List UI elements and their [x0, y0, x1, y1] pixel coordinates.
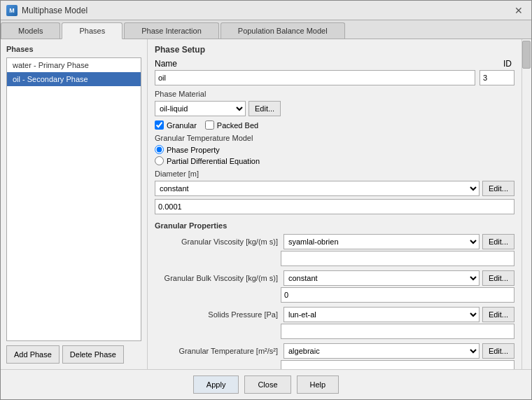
- phase-list: water - Primary Phase oil - Secondary Ph…: [6, 57, 141, 341]
- id-label: ID: [503, 59, 512, 69]
- packed-bed-label: Packed Bed: [217, 121, 258, 130]
- packed-bed-checkbox[interactable]: [205, 120, 214, 130]
- footer: Apply Close Help: [1, 369, 531, 399]
- help-button[interactable]: Help: [297, 375, 340, 394]
- granular-checkbox[interactable]: [155, 120, 164, 130]
- solids-pressure-label: Solids Pressure [Pa]: [155, 310, 281, 319]
- granular-viscosity-value-row: [155, 251, 514, 266]
- pde-radio[interactable]: [155, 156, 164, 165]
- phase-item-oil[interactable]: oil - Secondary Phase: [7, 72, 141, 86]
- right-content-wrapper: Phase Setup Name ID Phase Material o: [148, 39, 531, 369]
- granular-viscosity-edit[interactable]: Edit...: [482, 234, 514, 249]
- diameter-section: Diameter [m] constant Edit...: [155, 170, 514, 217]
- granular-temp-input[interactable]: [281, 360, 514, 369]
- main-content: Phases water - Primary Phase oil - Secon…: [1, 39, 531, 369]
- name-label: Name: [155, 59, 177, 69]
- granular-viscosity-label: Granular Viscosity [kg/(m s)]: [155, 237, 281, 246]
- material-select[interactable]: oil-liquid: [155, 101, 246, 116]
- granular-temp-label: Granular Temperature [m²/s²]: [155, 347, 281, 355]
- granular-temp-value-row: [155, 360, 514, 369]
- phases-title: Phases: [6, 45, 141, 53]
- name-id-labels: Name ID: [155, 59, 514, 69]
- granular-bulk-value-row: [155, 287, 514, 303]
- granular-bulk-row: Granular Bulk Viscosity [kg/(m s)] const…: [155, 270, 514, 286]
- window-icon: M: [6, 5, 18, 16]
- solids-pressure-value-row: [155, 324, 514, 339]
- granular-properties-title: Granular Properties: [155, 221, 514, 230]
- checkbox-row: Granular Packed Bed: [155, 120, 514, 130]
- title-bar: M Multiphase Model ✕: [1, 1, 531, 20]
- close-button[interactable]: Close: [244, 375, 290, 394]
- granular-temp-model-label: Granular Temperature Model: [155, 134, 514, 142]
- granular-bulk-select[interactable]: constant: [284, 270, 479, 286]
- pde-label: Partial Differential Equation: [167, 157, 260, 165]
- material-edit-button[interactable]: Edit...: [248, 101, 281, 116]
- granular-temp-row: Granular Temperature [m²/s²] algebraic E…: [155, 343, 514, 359]
- phase-property-radio[interactable]: [155, 145, 164, 154]
- id-input[interactable]: [479, 70, 514, 85]
- scroll-thumb[interactable]: [522, 41, 531, 69]
- phase-setup-title: Phase Setup: [155, 45, 514, 55]
- granular-checkbox-item: Granular: [155, 120, 197, 130]
- granular-properties: Granular Properties Granular Viscosity […: [155, 221, 514, 369]
- phase-material-label: Phase Material: [155, 90, 514, 98]
- granular-temp-select[interactable]: algebraic: [284, 343, 479, 359]
- granular-temp-edit[interactable]: Edit...: [482, 343, 514, 359]
- phase-property-radio-item: Phase Property: [155, 145, 514, 154]
- diameter-label: Diameter [m]: [155, 170, 514, 178]
- tab-phases[interactable]: Phases: [62, 22, 122, 39]
- granular-bulk-edit[interactable]: Edit...: [482, 270, 514, 286]
- tab-bar: Models Phases Phase Interaction Populati…: [1, 20, 531, 39]
- granular-viscosity-row: Granular Viscosity [kg/(m s)] syamlal-ob…: [155, 234, 514, 249]
- close-window-button[interactable]: ✕: [512, 4, 526, 18]
- apply-button[interactable]: Apply: [193, 375, 239, 394]
- solids-pressure-row: Solids Pressure [Pa] lun-et-al Edit...: [155, 307, 514, 322]
- multiphase-model-window: M Multiphase Model ✕ Models Phases Phase…: [0, 0, 532, 400]
- solids-pressure-select[interactable]: lun-et-al: [284, 307, 479, 322]
- pde-radio-item: Partial Differential Equation: [155, 156, 514, 165]
- radio-group: Phase Property Partial Differential Equa…: [155, 145, 514, 165]
- granular-label: Granular: [167, 121, 197, 130]
- granular-bulk-label: Granular Bulk Viscosity [kg/(m s)]: [155, 274, 281, 282]
- diameter-edit-button[interactable]: Edit...: [482, 181, 514, 196]
- diameter-input[interactable]: [155, 199, 514, 214]
- tab-models[interactable]: Models: [1, 22, 60, 39]
- tab-population-balance[interactable]: Population Balance Model: [220, 22, 345, 39]
- solids-pressure-edit[interactable]: Edit...: [482, 307, 514, 322]
- tab-phase-interaction[interactable]: Phase Interaction: [124, 22, 219, 39]
- packed-bed-checkbox-item: Packed Bed: [205, 120, 258, 130]
- solids-pressure-input[interactable]: [281, 324, 514, 339]
- window-title: Multiphase Model: [22, 6, 512, 15]
- delete-phase-button[interactable]: Delete Phase: [62, 345, 124, 364]
- name-input[interactable]: [155, 70, 475, 85]
- scroll-track[interactable]: [522, 39, 531, 369]
- name-id-row: [155, 70, 514, 85]
- right-panel: Phase Setup Name ID Phase Material o: [148, 39, 522, 369]
- granular-viscosity-select[interactable]: syamlal-obrien: [284, 234, 479, 249]
- phase-buttons: Add Phase Delete Phase: [6, 345, 141, 364]
- material-row: oil-liquid Edit...: [155, 101, 514, 116]
- granular-bulk-input[interactable]: [281, 287, 514, 303]
- diameter-row: constant Edit...: [155, 181, 514, 196]
- granular-viscosity-input[interactable]: [281, 251, 514, 266]
- left-panel: Phases water - Primary Phase oil - Secon…: [1, 39, 148, 369]
- phase-property-label: Phase Property: [167, 146, 220, 154]
- phase-item-water[interactable]: water - Primary Phase: [7, 58, 141, 72]
- add-phase-button[interactable]: Add Phase: [6, 345, 59, 364]
- diameter-select[interactable]: constant: [155, 181, 479, 196]
